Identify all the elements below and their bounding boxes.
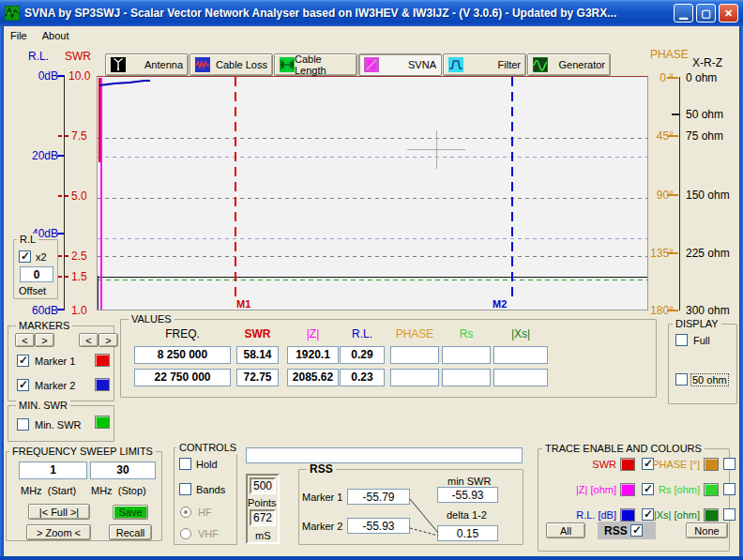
- sweep-stop-input[interactable]: 30: [90, 462, 156, 479]
- toolbar-button-cable-loss[interactable]: Cable Loss: [190, 53, 273, 76]
- message-field[interactable]: [246, 447, 523, 463]
- marker2-prev-button[interactable]: <: [79, 333, 99, 347]
- marker1-color-swatch[interactable]: [95, 354, 110, 367]
- rl-tickmark: [57, 75, 64, 77]
- marker2-color-swatch[interactable]: [95, 378, 110, 391]
- trace-xs-checkbox[interactable]: [723, 508, 735, 521]
- marker1-rs-value[interactable]: [442, 346, 491, 364]
- trace-phase-swatch[interactable]: [704, 458, 719, 471]
- trace-all-button[interactable]: All: [546, 522, 585, 538]
- display-50ohm-checkbox[interactable]: [675, 373, 688, 386]
- marker2-phase-value[interactable]: [390, 369, 439, 386]
- values-header-rs: Rs: [442, 327, 491, 341]
- minimize-button[interactable]: ▁: [674, 4, 693, 23]
- marker1-checkbox-label: Marker 1: [35, 356, 75, 367]
- toolbar-button-cable-length[interactable]: Cable Length: [274, 53, 357, 76]
- x2-label: x2: [36, 251, 47, 263]
- marker2-freq-value[interactable]: 22 750 000: [134, 369, 231, 386]
- trace-swr-label: SWR: [560, 459, 616, 470]
- ohm-tick-150: 150 ohm: [686, 189, 730, 202]
- trace-rs-checkbox[interactable]: [723, 483, 735, 495]
- marker2-checkbox[interactable]: [17, 379, 29, 391]
- rss-marker2-value[interactable]: -55.93: [347, 518, 410, 534]
- filter-icon: [448, 57, 463, 72]
- rss-marker1-value[interactable]: -55.79: [347, 489, 410, 505]
- bands-checkbox[interactable]: [179, 483, 191, 495]
- marker1-z-value[interactable]: 1920.1: [287, 346, 339, 364]
- swr-tick-1-5: 1.5: [71, 270, 87, 283]
- toolbar-label-svna: SVNA: [408, 59, 436, 70]
- marker1-xs-value[interactable]: [493, 346, 548, 364]
- marker2-checkbox-label: Marker 2: [35, 380, 75, 391]
- x2-checkbox[interactable]: [19, 250, 31, 263]
- marker2-xs-value[interactable]: [493, 369, 548, 386]
- swr-tick-7-5: 7.5: [71, 129, 87, 143]
- menu-about[interactable]: About: [36, 28, 78, 43]
- app-window: SVNA by SP3SWJ - Scalar Vector Network A…: [0, 0, 743, 560]
- display-full-checkbox[interactable]: [675, 334, 688, 346]
- swr-tickmark: [58, 276, 69, 278]
- trace-phase-label: PHASE [°]: [638, 459, 700, 470]
- markers-panel-title: MARKERS: [16, 320, 72, 332]
- rss-min-swr-value[interactable]: -55.93: [437, 487, 498, 503]
- marker1-swr-value[interactable]: 58.14: [236, 346, 279, 364]
- maximize-button[interactable]: ▢: [696, 4, 716, 23]
- menubar: File About: [4, 26, 739, 44]
- rl-tickmark: [57, 309, 64, 310]
- values-header-xs: |Xs|: [493, 327, 548, 341]
- marker2-z-value[interactable]: 2085.62: [287, 369, 339, 386]
- zoom-button[interactable]: > Zoom <: [26, 524, 91, 540]
- marker1-next-button[interactable]: >: [35, 333, 54, 347]
- swr-tick-1: 1.0: [71, 304, 87, 317]
- save-button[interactable]: Save: [113, 505, 148, 520]
- trace-xs-swatch[interactable]: [704, 508, 719, 522]
- toolbar-button-antenna[interactable]: Antenna: [105, 53, 189, 76]
- values-header-z: |Z|: [287, 327, 339, 341]
- full-span-button[interactable]: |< Full >|: [28, 504, 90, 520]
- chart-plot-area[interactable]: M1 M2: [97, 76, 648, 310]
- marker2-swr-value[interactable]: 72.75: [236, 369, 279, 386]
- offset-input[interactable]: 0: [20, 266, 53, 282]
- trace-none-button[interactable]: None: [686, 522, 728, 538]
- rl-tickmark: [57, 155, 64, 157]
- marker2-next-button[interactable]: >: [99, 333, 118, 347]
- marker1-freq-value[interactable]: 8 250 000: [134, 346, 231, 364]
- marker1-checkbox[interactable]: [17, 355, 29, 367]
- close-button[interactable]: ✕: [719, 4, 738, 23]
- marker1-rl-value[interactable]: 0.29: [340, 346, 385, 364]
- sweep-panel-title: FREQUENCY SWEEP LIMITS: [9, 446, 156, 458]
- trace-swr-swatch[interactable]: [620, 458, 635, 471]
- recall-button[interactable]: Recall: [109, 524, 152, 540]
- rss-delta-value[interactable]: 0.15: [437, 525, 498, 541]
- hold-label: Hold: [196, 459, 218, 470]
- hold-checkbox[interactable]: [179, 458, 191, 470]
- toolbar-button-svna[interactable]: SVNA: [358, 53, 442, 76]
- trace-rss-checkbox[interactable]: [630, 524, 643, 537]
- toolbar-button-generator[interactable]: Generator: [527, 53, 611, 76]
- trace-rss-toggle: RSS: [598, 522, 656, 539]
- phase-tickmark: [667, 77, 678, 79]
- right-axis-phase-header: PHASE: [650, 48, 689, 61]
- marker2-rs-value[interactable]: [442, 369, 491, 386]
- vhf-radio[interactable]: [180, 528, 191, 539]
- points-value: 500: [250, 477, 276, 494]
- min-swr-checkbox[interactable]: [17, 418, 29, 431]
- titlebar: SVNA by SP3SWJ - Scalar Vector Network A…: [0, 0, 743, 26]
- min-swr-color-swatch[interactable]: [95, 416, 110, 429]
- trace-rs-swatch[interactable]: [704, 483, 719, 496]
- offset-label: Offset: [19, 285, 46, 296]
- sweep-start-input[interactable]: 1: [19, 462, 87, 479]
- hf-radio[interactable]: [180, 507, 191, 518]
- trace-rl-swatch[interactable]: [620, 508, 635, 522]
- left-axis-swr-header: SWR: [65, 50, 91, 63]
- values-header-swr: SWR: [236, 327, 279, 341]
- trace-phase-checkbox[interactable]: [723, 458, 735, 470]
- display-50ohm-label: 50 ohm: [691, 374, 728, 386]
- trace-z-swatch[interactable]: [620, 483, 635, 496]
- marker1-phase-value[interactable]: [390, 346, 439, 364]
- marker2-rl-value[interactable]: 0.23: [340, 369, 385, 386]
- toolbar-button-filter[interactable]: Filter: [443, 53, 526, 76]
- menu-file[interactable]: File: [4, 28, 36, 43]
- marker1-prev-button[interactable]: <: [15, 333, 35, 347]
- phase-tickmark: [667, 194, 678, 196]
